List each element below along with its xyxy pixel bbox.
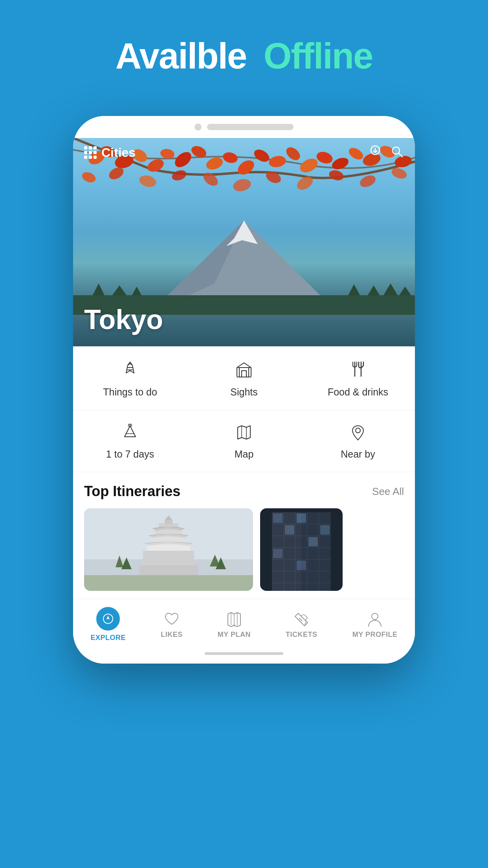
phone-top-bar bbox=[73, 116, 415, 138]
svg-point-106 bbox=[372, 613, 378, 620]
itinerary-label: 1 to 7 days bbox=[106, 449, 154, 460]
title-regular: Availble bbox=[116, 36, 246, 76]
svg-marker-4 bbox=[93, 283, 105, 295]
things-to-do-label: Things to do bbox=[103, 386, 157, 398]
svg-rect-94 bbox=[308, 537, 318, 546]
category-things-to-do[interactable]: Things to do bbox=[73, 350, 187, 406]
phone-speaker bbox=[207, 124, 294, 130]
my-profile-label: MY PROFILE bbox=[352, 631, 398, 639]
phone-camera bbox=[194, 123, 202, 131]
category-map[interactable]: Map bbox=[187, 415, 301, 468]
food-drinks-icon bbox=[348, 359, 368, 381]
nav-item-my-profile[interactable]: MY PROFILE bbox=[352, 610, 398, 639]
category-row-2: 1 to 7 days Map bbox=[73, 411, 415, 472]
svg-rect-70 bbox=[165, 520, 172, 524]
svg-point-63 bbox=[356, 428, 360, 433]
nearby-label: Near by bbox=[341, 449, 375, 460]
svg-point-40 bbox=[328, 169, 345, 182]
svg-line-105 bbox=[301, 620, 302, 621]
svg-point-37 bbox=[232, 177, 252, 193]
nav-item-my-plan[interactable]: MY PLAN bbox=[218, 610, 251, 639]
svg-marker-6 bbox=[132, 287, 141, 295]
itineraries-title: Top Itineraries bbox=[84, 483, 180, 500]
category-sights[interactable]: Sights bbox=[187, 350, 301, 406]
nav-item-explore[interactable]: EXPLORE bbox=[91, 607, 126, 642]
category-nearby[interactable]: Near by bbox=[301, 415, 415, 468]
hero-image: Cities bbox=[73, 138, 415, 346]
home-indicator bbox=[73, 647, 415, 664]
tickets-icon bbox=[293, 610, 310, 627]
nav-item-likes[interactable]: LIKES bbox=[161, 610, 183, 639]
explore-label: EXPLORE bbox=[91, 634, 126, 642]
category-row-1: Things to do Sights bbox=[73, 346, 415, 411]
page-title: Availble Offline bbox=[116, 35, 372, 77]
svg-rect-72 bbox=[143, 551, 194, 566]
my-plan-icon bbox=[226, 610, 243, 627]
svg-point-41 bbox=[358, 173, 378, 189]
svg-marker-7 bbox=[348, 284, 360, 295]
svg-rect-49 bbox=[242, 371, 246, 377]
itineraries-header: Top Itineraries See All bbox=[84, 483, 404, 500]
map-icon bbox=[235, 423, 253, 443]
itinerary-card-1[interactable] bbox=[84, 508, 253, 591]
tickets-label: TICKETS bbox=[286, 631, 317, 639]
explore-icon bbox=[102, 612, 114, 625]
sights-label: Sights bbox=[230, 386, 257, 398]
likes-label: LIKES bbox=[161, 631, 183, 639]
svg-point-32 bbox=[81, 170, 97, 184]
svg-line-104 bbox=[299, 618, 301, 620]
itinerary-icon bbox=[121, 423, 139, 443]
cities-menu[interactable]: Cities bbox=[84, 145, 136, 160]
svg-point-34 bbox=[138, 174, 158, 189]
svg-line-45 bbox=[399, 153, 402, 157]
bottom-nav: EXPLORE LIKES M bbox=[73, 599, 415, 647]
title-accent: Offline bbox=[264, 36, 372, 76]
svg-marker-8 bbox=[368, 285, 380, 295]
map-label: Map bbox=[235, 449, 254, 460]
phone-device: Cities bbox=[73, 116, 415, 664]
itinerary-cards bbox=[84, 508, 404, 591]
likes-icon bbox=[163, 610, 180, 627]
svg-rect-98 bbox=[272, 512, 301, 591]
svg-point-36 bbox=[201, 170, 220, 188]
svg-rect-95 bbox=[320, 525, 330, 535]
search-icon[interactable] bbox=[391, 145, 404, 160]
cities-label: Cities bbox=[101, 145, 136, 160]
itineraries-section: Top Itineraries See All bbox=[73, 472, 415, 591]
svg-marker-10 bbox=[399, 287, 411, 295]
download-icon[interactable] bbox=[369, 145, 382, 160]
sights-icon bbox=[234, 359, 254, 381]
content-area: Things to do Sights bbox=[73, 346, 415, 664]
city-name: Tokyo bbox=[84, 304, 163, 335]
svg-rect-74 bbox=[84, 575, 253, 591]
svg-marker-5 bbox=[112, 285, 127, 295]
things-to-do-icon bbox=[120, 359, 140, 381]
svg-marker-9 bbox=[383, 283, 398, 295]
svg-point-35 bbox=[171, 168, 188, 182]
see-all-button[interactable]: See All bbox=[372, 485, 404, 498]
svg-marker-100 bbox=[106, 616, 110, 620]
category-food-drinks[interactable]: Food & drinks bbox=[301, 350, 415, 406]
food-drinks-label: Food & drinks bbox=[328, 386, 388, 398]
category-itinerary[interactable]: 1 to 7 days bbox=[73, 415, 187, 468]
grid-icon bbox=[84, 146, 97, 159]
appbar-actions bbox=[369, 145, 404, 160]
my-plan-label: MY PLAN bbox=[218, 631, 251, 639]
my-profile-icon bbox=[366, 610, 383, 627]
nav-item-tickets[interactable]: TICKETS bbox=[286, 610, 317, 639]
nearby-icon bbox=[349, 423, 367, 443]
app-bar: Cities bbox=[73, 138, 415, 167]
itinerary-card-2[interactable] bbox=[260, 508, 343, 591]
